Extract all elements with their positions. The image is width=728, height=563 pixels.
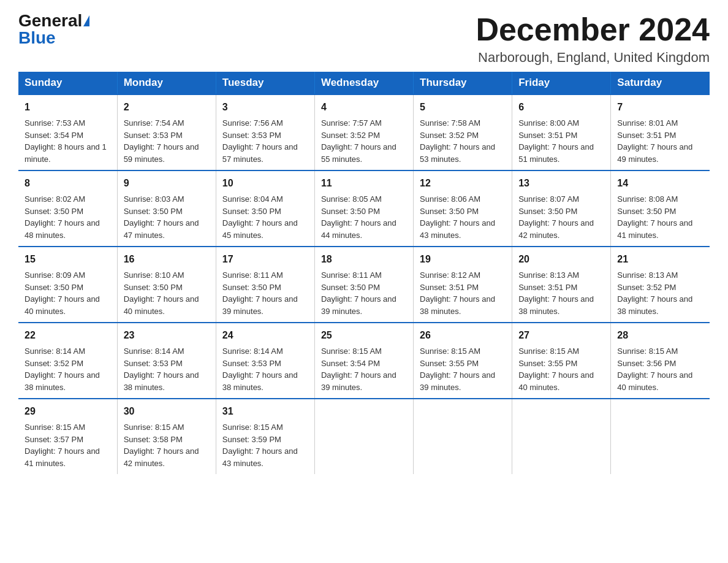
logo-triangle-icon <box>83 15 89 26</box>
header: General Blue December 2024 Narborough, E… <box>18 12 710 66</box>
calendar-day-cell: 8Sunrise: 8:02 AMSunset: 3:50 PMDaylight… <box>18 170 117 247</box>
day-info: Sunrise: 8:15 AMSunset: 3:58 PMDaylight:… <box>124 421 210 469</box>
day-number: 13 <box>518 176 604 191</box>
calendar-day-cell <box>414 399 512 474</box>
column-header-tuesday: Tuesday <box>216 72 314 94</box>
day-number: 24 <box>222 328 308 343</box>
calendar-day-cell: 23Sunrise: 8:14 AMSunset: 3:53 PMDayligh… <box>117 323 216 399</box>
day-info: Sunrise: 8:11 AMSunset: 3:50 PMDaylight:… <box>222 269 308 317</box>
day-number: 14 <box>617 176 703 191</box>
column-header-friday: Friday <box>512 72 611 94</box>
day-number: 15 <box>25 252 111 267</box>
day-info: Sunrise: 7:57 AMSunset: 3:52 PMDaylight:… <box>321 117 407 165</box>
day-info: Sunrise: 7:56 AMSunset: 3:53 PMDaylight:… <box>222 117 308 165</box>
day-number: 28 <box>617 328 703 343</box>
calendar-week-row: 1Sunrise: 7:53 AMSunset: 3:54 PMDaylight… <box>18 94 710 170</box>
day-number: 18 <box>321 252 407 267</box>
logo-general: General <box>18 12 82 29</box>
calendar-day-cell: 12Sunrise: 8:06 AMSunset: 3:50 PMDayligh… <box>414 170 512 247</box>
day-info: Sunrise: 8:13 AMSunset: 3:51 PMDaylight:… <box>518 269 604 317</box>
calendar-day-cell: 1Sunrise: 7:53 AMSunset: 3:54 PMDaylight… <box>18 94 117 170</box>
day-number: 1 <box>25 100 111 115</box>
day-number: 31 <box>222 404 308 419</box>
calendar-day-cell: 9Sunrise: 8:03 AMSunset: 3:50 PMDaylight… <box>117 170 216 247</box>
calendar-day-cell: 24Sunrise: 8:14 AMSunset: 3:53 PMDayligh… <box>216 323 314 399</box>
column-header-sunday: Sunday <box>18 72 117 94</box>
day-info: Sunrise: 8:12 AMSunset: 3:51 PMDaylight:… <box>420 269 506 317</box>
day-info: Sunrise: 8:00 AMSunset: 3:51 PMDaylight:… <box>518 117 604 165</box>
calendar-day-cell: 11Sunrise: 8:05 AMSunset: 3:50 PMDayligh… <box>314 170 413 247</box>
column-header-monday: Monday <box>117 72 216 94</box>
day-number: 23 <box>124 328 210 343</box>
day-number: 10 <box>222 176 308 191</box>
page-container: General Blue December 2024 Narborough, E… <box>0 0 728 492</box>
day-info: Sunrise: 8:05 AMSunset: 3:50 PMDaylight:… <box>321 193 407 241</box>
day-number: 19 <box>420 252 506 267</box>
day-number: 16 <box>124 252 210 267</box>
column-header-saturday: Saturday <box>611 72 710 94</box>
day-info: Sunrise: 8:08 AMSunset: 3:50 PMDaylight:… <box>617 193 703 241</box>
calendar-day-cell <box>512 399 611 474</box>
day-info: Sunrise: 8:14 AMSunset: 3:53 PMDaylight:… <box>222 345 308 393</box>
day-number: 17 <box>222 252 308 267</box>
day-info: Sunrise: 8:15 AMSunset: 3:55 PMDaylight:… <box>518 345 604 393</box>
calendar-day-cell: 31Sunrise: 8:15 AMSunset: 3:59 PMDayligh… <box>216 399 314 474</box>
calendar-week-row: 22Sunrise: 8:14 AMSunset: 3:52 PMDayligh… <box>18 323 710 399</box>
calendar-week-row: 29Sunrise: 8:15 AMSunset: 3:57 PMDayligh… <box>18 399 710 474</box>
day-info: Sunrise: 8:14 AMSunset: 3:53 PMDaylight:… <box>124 345 210 393</box>
calendar-day-cell: 17Sunrise: 8:11 AMSunset: 3:50 PMDayligh… <box>216 247 314 323</box>
day-info: Sunrise: 8:03 AMSunset: 3:50 PMDaylight:… <box>124 193 210 241</box>
day-info: Sunrise: 8:15 AMSunset: 3:54 PMDaylight:… <box>321 345 407 393</box>
day-number: 26 <box>420 328 506 343</box>
day-info: Sunrise: 8:15 AMSunset: 3:55 PMDaylight:… <box>420 345 506 393</box>
calendar-day-cell: 14Sunrise: 8:08 AMSunset: 3:50 PMDayligh… <box>611 170 710 247</box>
day-number: 2 <box>124 100 210 115</box>
day-number: 29 <box>25 404 111 419</box>
calendar-week-row: 8Sunrise: 8:02 AMSunset: 3:50 PMDaylight… <box>18 170 710 247</box>
calendar-day-cell: 20Sunrise: 8:13 AMSunset: 3:51 PMDayligh… <box>512 247 611 323</box>
column-header-thursday: Thursday <box>414 72 512 94</box>
day-number: 4 <box>321 100 407 115</box>
day-info: Sunrise: 8:11 AMSunset: 3:50 PMDaylight:… <box>321 269 407 317</box>
logo-blue: Blue <box>18 28 56 47</box>
calendar-day-cell: 15Sunrise: 8:09 AMSunset: 3:50 PMDayligh… <box>18 247 117 323</box>
calendar-day-cell: 5Sunrise: 7:58 AMSunset: 3:52 PMDaylight… <box>414 94 512 170</box>
day-info: Sunrise: 8:04 AMSunset: 3:50 PMDaylight:… <box>222 193 308 241</box>
calendar-day-cell: 7Sunrise: 8:01 AMSunset: 3:51 PMDaylight… <box>611 94 710 170</box>
day-number: 20 <box>518 252 604 267</box>
day-number: 6 <box>518 100 604 115</box>
day-info: Sunrise: 7:58 AMSunset: 3:52 PMDaylight:… <box>420 117 506 165</box>
day-info: Sunrise: 8:01 AMSunset: 3:51 PMDaylight:… <box>617 117 703 165</box>
day-info: Sunrise: 8:15 AMSunset: 3:56 PMDaylight:… <box>617 345 703 393</box>
calendar-day-cell: 16Sunrise: 8:10 AMSunset: 3:50 PMDayligh… <box>117 247 216 323</box>
calendar-day-cell: 27Sunrise: 8:15 AMSunset: 3:55 PMDayligh… <box>512 323 611 399</box>
day-number: 12 <box>420 176 506 191</box>
day-number: 22 <box>25 328 111 343</box>
day-info: Sunrise: 8:10 AMSunset: 3:50 PMDaylight:… <box>124 269 210 317</box>
day-info: Sunrise: 8:09 AMSunset: 3:50 PMDaylight:… <box>25 269 111 317</box>
calendar-day-cell <box>314 399 413 474</box>
calendar-day-cell: 22Sunrise: 8:14 AMSunset: 3:52 PMDayligh… <box>18 323 117 399</box>
calendar-day-cell: 10Sunrise: 8:04 AMSunset: 3:50 PMDayligh… <box>216 170 314 247</box>
column-header-wednesday: Wednesday <box>314 72 413 94</box>
day-info: Sunrise: 8:06 AMSunset: 3:50 PMDaylight:… <box>420 193 506 241</box>
calendar-day-cell: 4Sunrise: 7:57 AMSunset: 3:52 PMDaylight… <box>314 94 413 170</box>
day-info: Sunrise: 8:13 AMSunset: 3:52 PMDaylight:… <box>617 269 703 317</box>
subtitle: Narborough, England, United Kingdom <box>476 50 710 66</box>
day-info: Sunrise: 7:53 AMSunset: 3:54 PMDaylight:… <box>25 117 111 165</box>
calendar-day-cell: 29Sunrise: 8:15 AMSunset: 3:57 PMDayligh… <box>18 399 117 474</box>
day-number: 8 <box>25 176 111 191</box>
calendar-day-cell: 19Sunrise: 8:12 AMSunset: 3:51 PMDayligh… <box>414 247 512 323</box>
calendar-day-cell: 3Sunrise: 7:56 AMSunset: 3:53 PMDaylight… <box>216 94 314 170</box>
calendar-table: SundayMondayTuesdayWednesdayThursdayFrid… <box>18 72 710 474</box>
calendar-day-cell: 30Sunrise: 8:15 AMSunset: 3:58 PMDayligh… <box>117 399 216 474</box>
day-number: 30 <box>124 404 210 419</box>
calendar-day-cell <box>611 399 710 474</box>
calendar-day-cell: 26Sunrise: 8:15 AMSunset: 3:55 PMDayligh… <box>414 323 512 399</box>
day-number: 9 <box>124 176 210 191</box>
calendar-day-cell: 6Sunrise: 8:00 AMSunset: 3:51 PMDaylight… <box>512 94 611 170</box>
day-number: 11 <box>321 176 407 191</box>
day-info: Sunrise: 8:15 AMSunset: 3:59 PMDaylight:… <box>222 421 308 469</box>
day-number: 21 <box>617 252 703 267</box>
calendar-day-cell: 21Sunrise: 8:13 AMSunset: 3:52 PMDayligh… <box>611 247 710 323</box>
